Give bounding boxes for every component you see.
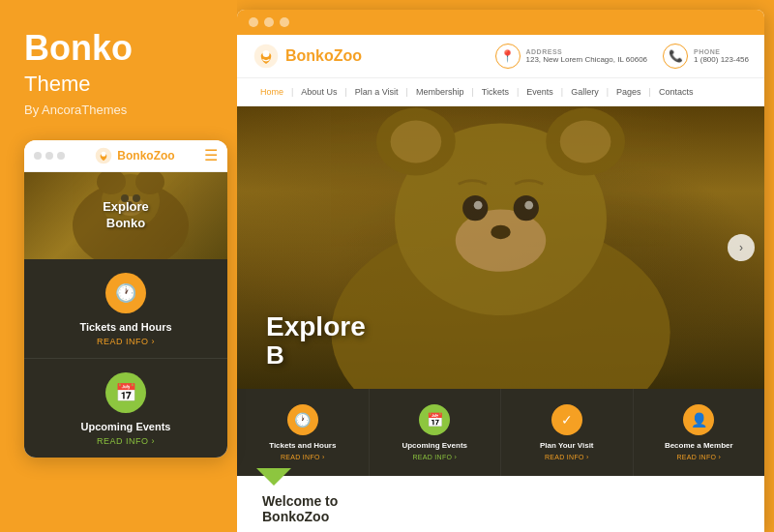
desktop-titlebar: [237, 10, 764, 35]
address-label: ADDRESS: [526, 48, 648, 55]
hero-text: Explore B: [237, 293, 764, 389]
titlebar-dot-1: [249, 17, 258, 27]
desktop-contact: 📍 ADDRESS 123, New Lorem Chicago, IL 606…: [495, 44, 750, 69]
theme-by: By AncoraThemes: [24, 103, 218, 117]
svg-point-21: [474, 201, 483, 210]
theme-subtitle: Theme: [24, 72, 218, 97]
fbi-events-title: Upcoming Events: [402, 441, 467, 451]
mobile-logo-text: BonkoZoo: [117, 149, 174, 163]
svg-point-16: [391, 121, 442, 163]
location-icon: 📍: [495, 44, 521, 69]
mobile-dots: [34, 152, 65, 160]
contact-address-item: 📍 ADDRESS 123, New Lorem Chicago, IL 606…: [495, 44, 648, 69]
nav-plan[interactable]: Plan a Visit: [347, 83, 406, 101]
svg-point-23: [491, 225, 510, 240]
mobile-hero: Explore Bonko: [24, 172, 227, 259]
nav-about[interactable]: About Us: [293, 83, 344, 101]
fbi-visit-icon: ✓: [551, 404, 582, 435]
desktop-top-bar: BonkoZoo 📍 ADDRESS 123, New Lorem Chicag…: [237, 35, 764, 78]
hamburger-icon[interactable]: ☰: [204, 146, 218, 164]
tickets-icon-circle: 🕐: [105, 273, 146, 313]
mobile-feature-events: 📅 Upcoming Events READ INFO ›: [24, 358, 227, 458]
mobile-mockup: BonkoZoo ☰ Explore Bonko: [24, 140, 227, 458]
nav-membership[interactable]: Membership: [408, 83, 472, 101]
desktop-bottom: Welcome to BonkoZoo: [237, 476, 764, 532]
desktop-mockup: BonkoZoo 📍 ADDRESS 123, New Lorem Chicag…: [237, 10, 764, 532]
desktop-logo-part1: Bonko: [285, 47, 334, 64]
contact-address-info: ADDRESS 123, New Lorem Chicago, IL 60606: [526, 48, 648, 64]
feature-bar-visit: ✓ Plan Your Visit READ INFO ›: [501, 389, 634, 476]
fbi-visit-title: Plan Your Visit: [540, 441, 594, 451]
mobile-logo-part1: Bonko: [117, 149, 153, 163]
titlebar-dot-3: [280, 17, 289, 27]
svg-point-17: [560, 121, 611, 163]
feature-bar-member: 👤 Become a Member READ INFO ›: [634, 389, 765, 476]
desktop-logo-svg: [253, 43, 280, 70]
desktop-logo-part2: Zoo: [334, 47, 362, 64]
nav-gallery[interactable]: Gallery: [563, 83, 607, 101]
events-icon-circle: 📅: [105, 372, 146, 413]
mobile-dot-2: [45, 152, 53, 160]
welcome-title: Welcome to: [262, 493, 338, 509]
fbi-tickets-icon: 🕐: [287, 404, 318, 435]
svg-point-22: [524, 201, 533, 210]
mobile-dot-1: [34, 152, 42, 160]
mobile-logo-icon: [94, 146, 113, 165]
nav-contacts[interactable]: Contacts: [651, 83, 701, 101]
fbi-member-title: Become a Member: [665, 441, 733, 451]
mobile-hero-text: Explore Bonko: [103, 199, 149, 232]
svg-point-1: [102, 151, 106, 156]
nav-pages[interactable]: Pages: [609, 83, 649, 101]
desktop-logo: BonkoZoo: [253, 43, 362, 70]
mobile-dot-3: [57, 152, 65, 160]
feature-bar-events: 📅 Upcoming Events READ INFO ›: [370, 389, 502, 476]
titlebar-dot-2: [264, 17, 274, 27]
address-value: 123, New Lorem Chicago, IL 60606: [526, 55, 648, 64]
contact-phone-item: 📞 PHONE 1 (800) 123-456: [663, 44, 749, 69]
mobile-logo: BonkoZoo: [94, 146, 174, 165]
mobile-header: BonkoZoo ☰: [24, 140, 227, 172]
green-arrow-down: [256, 468, 291, 486]
svg-point-11: [263, 50, 270, 57]
welcome-text: Welcome to BonkoZoo: [262, 493, 338, 524]
hero-line1: Explore: [266, 311, 366, 341]
phone-value: 1 (800) 123-456: [694, 55, 749, 64]
welcome-subtitle: BonkoZoo: [262, 509, 338, 524]
fbi-tickets-link[interactable]: READ INFO ›: [281, 454, 325, 460]
left-panel: Bonko Theme By AncoraThemes BonkoZoo ☰: [0, 0, 237, 532]
contact-phone-info: PHONE 1 (800) 123-456: [694, 48, 749, 64]
mobile-feature2-link[interactable]: READ INFO ›: [97, 436, 155, 446]
theme-title: Bonko: [24, 29, 218, 68]
feature-bar-tickets: 🕐 Tickets and Hours READ INFO ›: [237, 389, 370, 476]
fbi-tickets-title: Tickets and Hours: [269, 441, 336, 451]
fbi-visit-link[interactable]: READ INFO ›: [545, 454, 589, 460]
desktop-nav: Home | About Us | Plan a Visit | Members…: [237, 78, 764, 106]
fbi-member-link[interactable]: READ INFO ›: [676, 454, 721, 460]
fbi-member-icon: 👤: [683, 404, 714, 435]
hero-next-arrow[interactable]: ›: [728, 234, 755, 261]
desktop-hero: Explore B ›: [237, 106, 764, 389]
phone-icon: 📞: [663, 44, 688, 69]
mobile-feature2-title: Upcoming Events: [81, 421, 171, 432]
features-bar: 🕐 Tickets and Hours READ INFO › 📅 Upcomi…: [237, 389, 764, 476]
nav-events[interactable]: Events: [519, 83, 561, 101]
nav-tickets[interactable]: Tickets: [474, 83, 517, 101]
fbi-events-icon: 📅: [419, 404, 450, 435]
desktop-content: BonkoZoo 📍 ADDRESS 123, New Lorem Chicag…: [237, 35, 764, 532]
mobile-logo-part2: Zoo: [154, 149, 175, 163]
desktop-logo-text: BonkoZoo: [285, 47, 362, 65]
hero-line2: B: [266, 341, 735, 369]
mobile-feature1-title: Tickets and Hours: [79, 321, 171, 333]
mobile-feature-tickets: 🕐 Tickets and Hours READ INFO ›: [24, 259, 227, 358]
mobile-feature1-link[interactable]: READ INFO ›: [97, 337, 155, 346]
fbi-events-link[interactable]: READ INFO ›: [412, 454, 457, 460]
nav-home[interactable]: Home: [253, 83, 291, 101]
phone-label: PHONE: [694, 48, 749, 55]
